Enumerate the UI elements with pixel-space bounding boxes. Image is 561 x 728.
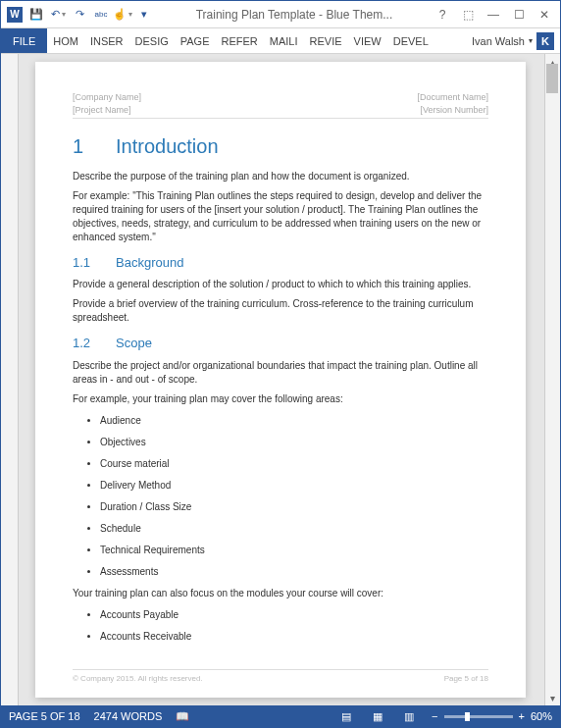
tab-developer[interactable]: DEVEL (387, 28, 434, 53)
heading-2-text: Scope (116, 336, 152, 350)
tab-mailings[interactable]: MAILI (264, 28, 304, 53)
save-icon[interactable]: 💾 (28, 7, 44, 23)
zoom-out-button[interactable]: − (432, 710, 437, 722)
document-area: ▴ ▾ [Company Name] [Document Name] [Proj… (1, 54, 560, 705)
proofing-icon[interactable]: 📖 (176, 710, 189, 723)
list-item: Duration / Class Size (100, 500, 488, 514)
help-icon[interactable]: ? (431, 5, 454, 25)
heading-1-number: 1 (73, 132, 116, 160)
heading-1: 1Introduction (73, 132, 488, 160)
read-mode-icon[interactable]: ▤ (337, 709, 355, 723)
minimize-icon[interactable]: — (482, 5, 505, 25)
page-header: [Company Name] [Document Name] (73, 91, 488, 104)
tab-review[interactable]: REVIE (304, 28, 348, 53)
document-page[interactable]: [Company Name] [Document Name] [Project … (35, 62, 526, 698)
paragraph: Provide a brief overview of the training… (73, 297, 488, 325)
qat-customize-icon[interactable]: ▾ (136, 7, 152, 23)
spellcheck-icon[interactable]: abc (93, 7, 109, 23)
list-item: Course material (100, 457, 488, 471)
header-docname: [Document Name] (417, 91, 488, 104)
paragraph: Provide a general description of the sol… (73, 278, 488, 291)
quick-access-toolbar: W 💾 ↶ ↷ abc ☝ ▾ (1, 7, 158, 23)
paragraph: For example: "This Training Plan outline… (73, 189, 488, 244)
zoom-level[interactable]: 60% (531, 710, 552, 722)
status-bar: PAGE 5 OF 18 2474 WORDS 📖 ▤ ▦ ▥ − + 60% (1, 705, 560, 727)
heading-2-number: 1.2 (73, 335, 116, 352)
tab-home[interactable]: HOM (47, 28, 84, 53)
print-layout-icon[interactable]: ▦ (369, 709, 386, 723)
tab-references[interactable]: REFER (216, 28, 264, 53)
header-company: [Company Name] (73, 91, 141, 104)
web-layout-icon[interactable]: ▥ (400, 709, 418, 723)
window-title: Training Plan Template - Blue Them... (158, 8, 431, 22)
zoom-control: − + 60% (432, 710, 552, 722)
zoom-knob[interactable] (465, 712, 470, 721)
user-account[interactable]: Ivan Walsh▾ K (466, 28, 560, 53)
tab-design[interactable]: DESIG (129, 28, 175, 53)
paragraph: For example, your training plan may cove… (73, 392, 488, 406)
footer-page: Page 5 of 18 (444, 673, 488, 684)
user-avatar: K (536, 32, 554, 50)
status-word-count[interactable]: 2474 WORDS (94, 710, 163, 722)
tab-insert[interactable]: INSER (84, 28, 129, 53)
word-icon: W (7, 7, 23, 23)
window-controls: ? ⬚ — ☐ ✕ (431, 5, 560, 25)
bullet-list: Audience Objectives Course material Deli… (100, 414, 488, 579)
tab-view[interactable]: VIEW (348, 28, 387, 53)
list-item: Objectives (100, 436, 488, 449)
close-icon[interactable]: ✕ (533, 5, 556, 25)
vertical-ruler[interactable] (1, 54, 19, 705)
heading-2: 1.2Scope (73, 335, 488, 352)
list-item: Accounts Receivable (100, 630, 488, 644)
header-separator (73, 118, 488, 119)
heading-1-text: Introduction (116, 135, 219, 157)
footer-copyright: © Company 2015. All rights reserved. (73, 673, 203, 684)
zoom-slider[interactable] (444, 715, 513, 718)
scroll-down-icon[interactable]: ▾ (545, 690, 560, 705)
maximize-icon[interactable]: ☐ (507, 5, 531, 25)
touch-mode-icon[interactable]: ☝ (115, 7, 130, 23)
list-item: Schedule (100, 522, 488, 536)
paragraph: Describe the project and/or organization… (73, 359, 488, 387)
list-item: Assessments (100, 565, 488, 579)
user-name: Ivan Walsh (472, 35, 525, 47)
heading-2-number: 1.1 (73, 254, 116, 272)
tab-page-layout[interactable]: PAGE (175, 28, 216, 53)
scroll-thumb[interactable] (546, 64, 558, 93)
status-page[interactable]: PAGE 5 OF 18 (9, 710, 80, 722)
ribbon-tabs: FILE HOM INSER DESIG PAGE REFER MAILI RE… (1, 28, 560, 54)
heading-2: 1.1Background (73, 254, 488, 272)
redo-icon[interactable]: ↷ (72, 7, 87, 23)
page-footer: © Company 2015. All rights reserved. Pag… (73, 669, 488, 684)
page-header-2: [Project Name] [Version Number] (73, 104, 488, 117)
list-item: Audience (100, 414, 488, 428)
vertical-scrollbar[interactable]: ▴ ▾ (544, 54, 560, 705)
paragraph: Your training plan can also focus on the… (73, 587, 488, 600)
list-item: Technical Requirements (100, 544, 488, 557)
file-tab[interactable]: FILE (1, 28, 47, 53)
paragraph: Describe the purpose of the training pla… (73, 170, 488, 183)
list-item: Delivery Method (100, 479, 488, 493)
header-version: [Version Number] (420, 104, 488, 117)
title-bar: W 💾 ↶ ↷ abc ☝ ▾ Training Plan Template -… (1, 1, 560, 28)
ribbon-display-icon[interactable]: ⬚ (456, 5, 480, 25)
bullet-list: Accounts Payable Accounts Receivable (100, 608, 488, 644)
undo-icon[interactable]: ↶ (50, 7, 66, 23)
heading-2-text: Background (116, 255, 183, 270)
header-project: [Project Name] (73, 104, 131, 117)
list-item: Accounts Payable (100, 608, 488, 622)
zoom-in-button[interactable]: + (519, 710, 525, 722)
